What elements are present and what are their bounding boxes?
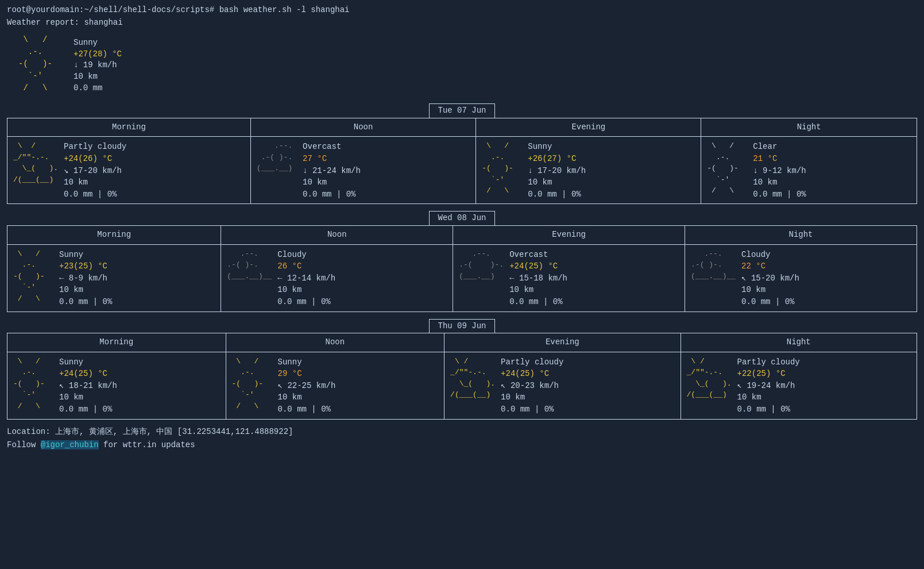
data-tue-evening: Sunny +26(27) °C ↓ 17-20 km/h 10 km 0.0 … — [528, 140, 586, 200]
forecast-table-wed: Morning Noon Evening Night \ / .-. -( )-… — [7, 225, 917, 312]
wind-wed-morning: ← 8-9 km/h — [59, 273, 112, 284]
vis-wed-noon: 10 km — [277, 284, 335, 296]
ascii-tue-morning: \ / _/""-.-. \_( ). /(___(__) — [13, 140, 58, 185]
vis-tue-morning: 10 km — [64, 177, 126, 189]
col-evening-thu: Evening — [444, 333, 681, 352]
precip-wed-noon: 0.0 mm | 0% — [277, 297, 335, 308]
temp-thu-evening: +24(25) °C — [501, 368, 563, 380]
data-thu-morning: Sunny +24(25) °C ↖ 18-21 km/h 10 km 0.0 … — [59, 356, 117, 416]
temp-thu-night: +22(25) °C — [737, 368, 800, 380]
day-title-container-tue: Tue 07 Jun — [7, 103, 917, 118]
day-title-container-wed: Wed 08 Jun — [7, 211, 917, 225]
ascii-wed-noon: .--. .-( )-. (___.__)__ — [227, 248, 272, 282]
table-row: \ / _/""-.-. \_( ). /(___(__) Partly clo… — [7, 137, 251, 204]
vis-tue-noon: 10 km — [303, 177, 361, 189]
vis-tue-night: 10 km — [753, 177, 806, 189]
table-row: \ / _/""-.-. \_( ). /(___(__) Partly clo… — [681, 352, 917, 419]
wind-thu-night: ↖ 19-24 km/h — [737, 380, 800, 392]
data-tue-morning: Partly cloudy +24(26) °C ↘ 17-20 km/h 10… — [64, 140, 126, 200]
current-wind: ↓ 19 km/h — [74, 60, 122, 71]
ascii-tue-noon: .--. .-( )-. (___.__) — [257, 140, 297, 174]
condition-tue-noon: Overcast — [303, 141, 361, 153]
col-morning-tue: Morning — [7, 118, 251, 137]
table-row: \ / .-. -( )- `-' / \ Sunny +26(27) °C ↓… — [476, 137, 701, 204]
temp-wed-evening: +24(25) °C — [509, 261, 567, 272]
temp-wed-noon: 26 °C — [277, 261, 335, 272]
wind-tue-night: ↓ 9-12 km/h — [753, 166, 806, 177]
vis-wed-night: 10 km — [741, 284, 799, 296]
condition-thu-evening: Partly cloudy — [501, 357, 563, 368]
vis-thu-morning: 10 km — [59, 392, 117, 403]
condition-wed-noon: Cloudy — [277, 249, 335, 261]
col-night-thu: Night — [681, 333, 917, 352]
wind-wed-noon: ← 12-14 km/h — [277, 273, 335, 284]
condition-wed-night: Cloudy — [741, 249, 799, 261]
precip-tue-night: 0.0 mm | 0% — [753, 189, 806, 201]
precip-wed-evening: 0.0 mm | 0% — [509, 297, 567, 308]
ascii-thu-morning: \ / .-. -( )- `-' / \ — [13, 356, 53, 412]
current-condition: Sunny — [74, 37, 122, 49]
temp-wed-morning: +23(25) °C — [59, 261, 112, 272]
condition-wed-evening: Overcast — [509, 249, 567, 261]
temp-wed-night: 22 °C — [741, 261, 799, 272]
table-row: .--. .-( )-. (___.__)__ Cloudy 26 °C ← 1… — [221, 244, 453, 312]
vis-thu-noon: 10 km — [278, 392, 336, 403]
vis-thu-night: 10 km — [737, 392, 800, 403]
precip-tue-morning: 0.0 mm | 0% — [64, 189, 126, 201]
day-title-wed: Wed 08 Jun — [429, 211, 494, 226]
condition-tue-morning: Partly cloudy — [64, 141, 126, 153]
vis-wed-evening: 10 km — [509, 284, 567, 296]
precip-tue-noon: 0.0 mm | 0% — [303, 189, 361, 201]
ascii-thu-evening: \ / _/""-.-. \_( ). /(___(__) — [450, 356, 495, 401]
condition-thu-noon: Sunny — [278, 357, 336, 368]
data-thu-evening: Partly cloudy +24(25) °C ↖ 20-23 km/h 10… — [501, 356, 563, 416]
day-section-tue: Tue 07 Jun Morning Noon Evening Night \ … — [7, 103, 917, 204]
table-row: \ / .-. -( )- `-' / \ Clear 21 °C ↓ 9-12… — [701, 137, 917, 204]
forecast-table-tue: Morning Noon Evening Night \ / _/""-.-. … — [7, 118, 917, 205]
col-morning-thu: Morning — [7, 333, 226, 352]
table-row: .--. .-( )-. (___.__)__ Cloudy 22 °C ↖ 1… — [685, 244, 917, 312]
precip-thu-night: 0.0 mm | 0% — [737, 404, 800, 416]
wind-tue-evening: ↓ 17-20 km/h — [528, 166, 586, 177]
ascii-wed-night: .--. .-( )-. (___.__)__ — [691, 248, 736, 282]
ascii-wed-evening: .--. .-( )-. (___.__) — [459, 248, 504, 282]
temp-thu-morning: +24(25) °C — [59, 368, 117, 380]
ascii-thu-night: \ / _/""-.-. \_( ). /(___(__) — [687, 356, 732, 401]
ascii-tue-night: \ / .-. -( )- `-' / \ — [707, 140, 747, 197]
current-temp: +27(28) °C — [74, 49, 122, 60]
col-evening-wed: Evening — [453, 225, 685, 244]
precip-tue-evening: 0.0 mm | 0% — [528, 189, 586, 201]
day-section-wed: Wed 08 Jun Morning Noon Evening Night \ … — [7, 211, 917, 312]
table-row: \ / .-. -( )- `-' / \ Sunny 29 °C ↖ 22-2… — [226, 352, 444, 419]
follow-suffix: for wttr.in updates — [99, 440, 195, 449]
current-weather-info: Sunny +27(28) °C ↓ 19 km/h 10 km 0.0 mm — [74, 34, 122, 94]
precip-wed-night: 0.0 mm | 0% — [741, 297, 799, 308]
wind-thu-morning: ↖ 18-21 km/h — [59, 380, 117, 392]
location-line: Location: 上海市, 黄浦区, 上海市, 中国 [31.2253441,… — [7, 426, 917, 438]
vis-thu-evening: 10 km — [501, 392, 563, 403]
table-row: \ / .-. -( )- `-' / \ Sunny +23(25) °C ←… — [7, 244, 221, 312]
day-title-container-thu: Thu 09 Jun — [7, 319, 917, 333]
precip-thu-morning: 0.0 mm | 0% — [59, 404, 117, 416]
follow-handle[interactable]: @igor_chubin — [41, 440, 99, 449]
current-precipitation: 0.0 mm — [74, 83, 122, 94]
condition-tue-evening: Sunny — [528, 141, 586, 153]
day-title-tue: Tue 07 Jun — [429, 103, 494, 118]
condition-tue-night: Clear — [753, 141, 806, 153]
wind-wed-evening: ← 15-18 km/h — [509, 273, 567, 284]
condition-thu-morning: Sunny — [59, 357, 117, 368]
col-night-wed: Night — [685, 225, 917, 244]
ascii-tue-evening: \ / .-. -( )- `-' / \ — [482, 140, 522, 197]
vis-wed-morning: 10 km — [59, 284, 112, 296]
wind-thu-noon: ↖ 22-25 km/h — [278, 380, 336, 392]
day-section-thu: Thu 09 Jun Morning Noon Evening Night \ … — [7, 319, 917, 420]
wind-tue-noon: ↓ 21-24 km/h — [303, 166, 361, 177]
table-row: .--. .-( )-. (___.__) Overcast 27 °C ↓ 2… — [250, 137, 475, 204]
wind-wed-night: ↖ 15-20 km/h — [741, 273, 799, 284]
wind-tue-morning: ↘ 17-20 km/h — [64, 166, 126, 177]
col-noon-thu: Noon — [226, 333, 444, 352]
current-ascii-art: \ / .-. -( )- `-' / \ — [18, 34, 64, 94]
weather-report-label: Weather report: shanghai — [7, 17, 917, 29]
col-morning-wed: Morning — [7, 225, 221, 244]
data-thu-night: Partly cloudy +22(25) °C ↖ 19-24 km/h 10… — [737, 356, 800, 416]
